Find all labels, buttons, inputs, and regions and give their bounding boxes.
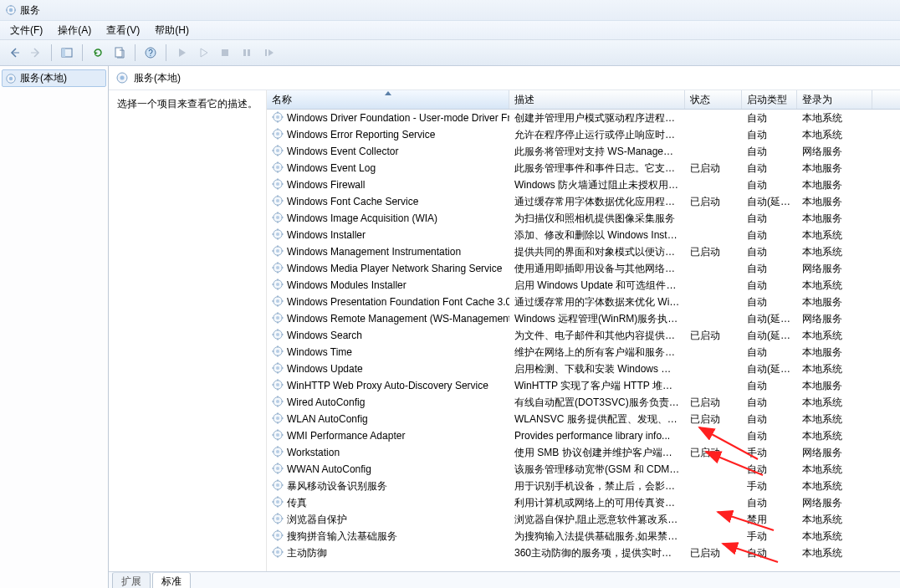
service-row[interactable]: Wired AutoConfig有线自动配置(DOT3SVC)服务负责对...已… <box>267 394 900 411</box>
svg-rect-48 <box>277 204 278 206</box>
svg-rect-65 <box>277 245 278 247</box>
svg-rect-128 <box>282 417 284 418</box>
svg-rect-19 <box>272 116 274 117</box>
window-title: 服务 <box>20 3 40 18</box>
service-row[interactable]: 暴风移动设备识别服务用于识别手机设备，禁止后，会影响电...手动本地系统 <box>267 478 900 494</box>
service-row[interactable]: Windows Search为文件、电子邮件和其他内容提供内容...已启动自动(… <box>267 327 900 344</box>
column-startup-type[interactable]: 启动类型 <box>742 90 797 109</box>
nav-forward-button[interactable] <box>27 43 45 62</box>
menu-help[interactable]: 帮助(H) <box>150 22 194 39</box>
svg-point-118 <box>276 399 279 402</box>
service-startup: 自动 <box>742 228 797 243</box>
svg-rect-74 <box>282 267 284 268</box>
service-row[interactable]: WMI Performance AdapterProvides performa… <box>267 427 900 444</box>
service-row[interactable]: Windows Management Instrumentation提供共同的界… <box>267 243 900 260</box>
service-startup: 自动 <box>742 212 797 226</box>
service-desc: WLANSVC 服务提供配置、发现、连... <box>509 412 685 427</box>
svg-point-1 <box>9 8 13 12</box>
service-row[interactable]: WWAN AutoConfig该服务管理移动宽带(GSM 和 CDMA)...自… <box>267 461 900 478</box>
column-description[interactable]: 描述 <box>509 90 685 109</box>
service-desc: 为扫描仪和照相机提供图像采集服务 <box>509 212 685 226</box>
service-row[interactable]: 搜狗拼音输入法基础服务为搜狗输入法提供基础服务,如果禁用...手动本地系统 <box>267 528 900 545</box>
menu-view[interactable]: 查看(V) <box>101 22 145 39</box>
service-startup: 自动(延迟... <box>742 329 797 343</box>
nav-back-button[interactable] <box>5 43 23 62</box>
service-name: Windows Update <box>287 363 363 375</box>
play-service-button[interactable] <box>194 43 212 62</box>
service-row[interactable]: Windows Presentation Foundation Font Cac… <box>267 294 900 310</box>
svg-rect-8 <box>243 49 246 56</box>
svg-rect-152 <box>282 484 284 485</box>
column-status[interactable]: 状态 <box>685 90 742 109</box>
service-name: 浏览器自保护 <box>287 513 347 527</box>
service-row[interactable]: WinHTTP Web Proxy Auto-Discovery Service… <box>267 377 900 394</box>
service-row[interactable]: Windows Event Log此服务管理事件和事件日志。它支持日...已启动… <box>267 160 900 176</box>
service-row[interactable]: Workstation使用 SMB 协议创建并维护客户端网络...已启动手动网络… <box>267 444 900 461</box>
gear-icon <box>272 529 284 544</box>
svg-rect-137 <box>277 446 278 447</box>
service-row[interactable]: Windows Update启用检测、下载和安装 Windows 和其...自动… <box>267 360 900 377</box>
export-list-button[interactable] <box>110 43 129 62</box>
service-startup: 手动 <box>742 446 797 460</box>
service-row[interactable]: Windows FirewallWindows 防火墙通过阻止未授权用户...自… <box>267 176 900 193</box>
svg-rect-72 <box>277 271 278 273</box>
svg-rect-10 <box>265 49 267 56</box>
service-row[interactable]: WLAN AutoConfigWLANSVC 服务提供配置、发现、连...已启动… <box>267 411 900 427</box>
service-row[interactable]: Windows Media Player Network Sharing Ser… <box>267 260 900 277</box>
service-row[interactable]: Windows Time维护在网络上的所有客户端和服务器的...自动本地服务 <box>267 344 900 360</box>
svg-rect-107 <box>277 362 278 364</box>
stop-service-button[interactable] <box>216 43 234 62</box>
svg-point-166 <box>276 533 279 536</box>
svg-point-40 <box>276 182 279 185</box>
service-desc: 添加、修改和删除以 Windows Install... <box>509 228 685 243</box>
service-row[interactable]: 主动防御360主动防御的服务项，提供实时保护...已启动自动本地系统 <box>267 545 900 561</box>
service-desc: 使用通用即插即用设备与其他网络播放... <box>509 262 685 276</box>
service-row[interactable]: Windows Installer添加、修改和删除以 Windows Insta… <box>267 227 900 243</box>
svg-rect-91 <box>272 317 274 318</box>
svg-rect-156 <box>277 505 278 507</box>
service-row[interactable]: Windows Font Cache Service通过缓存常用字体数据优化应用… <box>267 193 900 210</box>
svg-rect-175 <box>272 551 274 552</box>
service-logon: 本地系统 <box>797 479 872 493</box>
show-hide-tree-button[interactable] <box>58 43 76 62</box>
pause-service-button[interactable] <box>238 43 256 62</box>
service-row[interactable]: Windows Error Reporting Service允许在程序停止运行… <box>267 126 900 143</box>
restart-service-button[interactable] <box>259 43 278 62</box>
service-row[interactable]: Windows Image Acquisition (WIA)为扫描仪和照相机提… <box>267 210 900 227</box>
help-button[interactable]: ? <box>141 43 160 62</box>
service-row[interactable]: Windows Remote Management (WS-Management… <box>267 310 900 327</box>
service-logon: 本地系统 <box>797 329 872 343</box>
refresh-button[interactable] <box>89 43 107 62</box>
svg-rect-98 <box>282 334 284 335</box>
service-startup: 自动 <box>742 496 797 510</box>
gear-icon <box>272 412 284 427</box>
column-name[interactable]: 名称 <box>267 90 509 109</box>
service-list[interactable]: Windows Driver Foundation - User-mode Dr… <box>267 110 900 571</box>
service-name: WMI Performance Adapter <box>287 430 405 442</box>
service-row[interactable]: 传真利用计算机或网络上的可用传真资源发...自动网络服务 <box>267 494 900 511</box>
svg-point-12 <box>9 76 13 79</box>
service-name: 传真 <box>287 496 307 510</box>
svg-rect-71 <box>277 262 278 263</box>
svg-rect-132 <box>277 438 278 440</box>
tab-extended[interactable]: 扩展 <box>112 572 151 588</box>
tree-root-label: 服务(本地) <box>20 71 67 85</box>
menu-action[interactable]: 操作(A) <box>53 22 96 39</box>
service-row[interactable]: Windows Driver Foundation - User-mode Dr… <box>267 110 900 126</box>
svg-rect-168 <box>277 539 278 540</box>
gear-icon <box>272 245 284 259</box>
svg-rect-86 <box>282 300 284 301</box>
svg-rect-4 <box>115 48 122 57</box>
service-row[interactable]: Windows Modules Installer启用 Windows Upda… <box>267 277 900 294</box>
service-row[interactable]: 浏览器自保护浏览器自保护,阻止恶意软件篡改系统...禁用本地系统 <box>267 511 900 528</box>
svg-rect-109 <box>272 367 274 368</box>
service-row[interactable]: Windows Event Collector此服务将管理对支持 WS-Mana… <box>267 143 900 160</box>
column-logon-as[interactable]: 登录为 <box>797 90 872 109</box>
tree-root-services[interactable]: 服务(本地) <box>2 69 106 87</box>
menu-file[interactable]: 文件(F) <box>5 22 48 39</box>
tab-standard[interactable]: 标准 <box>152 572 191 588</box>
start-service-button[interactable] <box>172 43 191 62</box>
svg-rect-144 <box>277 472 278 473</box>
service-name: 暴风移动设备识别服务 <box>287 479 387 493</box>
service-logon: 本地系统 <box>797 245 872 259</box>
